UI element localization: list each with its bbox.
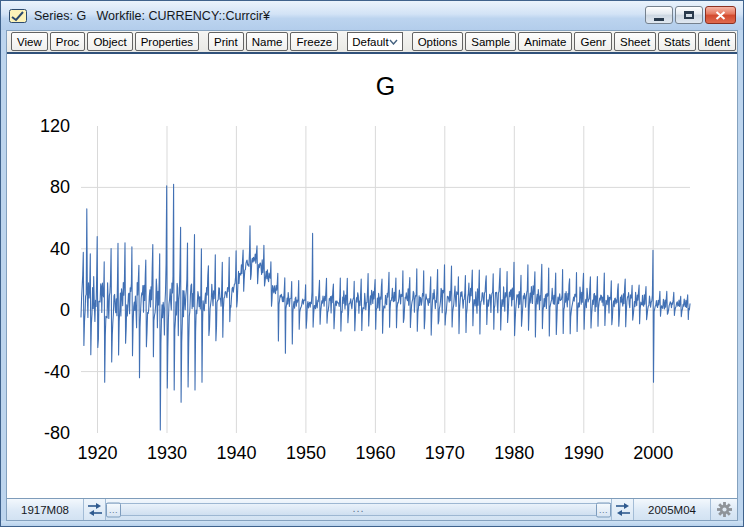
toolbar-button-view[interactable]: View [11,32,48,51]
svg-text:1970: 1970 [425,443,465,463]
window-border-strip [1,521,743,526]
pan-control-left[interactable] [83,499,106,520]
toolbar-button-freeze[interactable]: Freeze [290,32,338,51]
range-start-thumb[interactable]: ... [106,502,121,517]
toolbar-button-genr[interactable]: Genr [574,32,612,51]
range-end-label: 2005M04 [634,499,710,520]
close-icon [715,11,726,20]
track-grip: ... [352,503,364,514]
toolbar-button-sample[interactable]: Sample [465,32,516,51]
svg-text:1930: 1930 [147,443,187,463]
toolbar-button-ident[interactable]: Ident [698,32,736,51]
maximize-button[interactable] [675,6,703,24]
svg-text:80: 80 [50,177,70,197]
toolbar-button-print[interactable]: Print [208,32,244,51]
toolbar-button-name[interactable]: Name [246,32,289,51]
toolbar-button-object[interactable]: Object [87,32,132,51]
window-content: ViewProcObjectPropertiesPrintNameFreezeD… [6,30,738,521]
window-controls [645,6,736,24]
slider-settings-button[interactable] [710,499,737,520]
svg-text:120: 120 [40,116,70,136]
chevron-down-icon [389,39,398,45]
toolbar-button-animate[interactable]: Animate [518,32,572,51]
close-button[interactable] [705,6,736,24]
toolbar-button-proc[interactable]: Proc [50,32,86,51]
svg-text:1920: 1920 [77,443,117,463]
svg-text:-80: -80 [44,423,70,443]
toolbar-button-options[interactable]: Options [412,32,464,51]
svg-text:1950: 1950 [286,443,326,463]
display-type-dropdown[interactable]: Default [347,32,402,51]
minimize-button[interactable] [645,6,673,24]
maximize-icon [684,11,694,19]
svg-text:0: 0 [60,300,70,320]
series-line-chart: 12080400-40-8019201930194019501960197019… [7,54,737,495]
pan-control-right[interactable] [611,499,634,520]
title-bar[interactable]: Series: G Workfile: CURRENCY::Currcir¥ [1,1,743,30]
pan-arrows-icon [615,502,631,517]
range-end-thumb[interactable]: ... [596,502,611,517]
display-type-value: Default [352,36,388,48]
toolbar-button-sheet[interactable]: Sheet [614,32,656,51]
eviews-series-window: Series: G Workfile: CURRENCY::Currcir¥ V… [0,0,744,527]
pan-arrows-icon [87,502,103,517]
toolbar: ViewProcObjectPropertiesPrintNameFreezeD… [7,31,737,54]
sample-range-bar: 1917M08 ... ... ... [7,498,737,520]
svg-text:40: 40 [50,239,70,259]
gear-icon [717,502,732,517]
svg-text:1980: 1980 [494,443,534,463]
chart-pane: 12080400-40-8019201930194019501960197019… [7,54,737,498]
series-object-icon [9,9,27,23]
svg-text:2000: 2000 [633,443,673,463]
svg-text:1990: 1990 [564,443,604,463]
toolbar-button-properties[interactable]: Properties [135,32,199,51]
svg-text:1940: 1940 [216,443,256,463]
svg-text:1960: 1960 [355,443,395,463]
svg-text:G: G [376,72,395,100]
minimize-icon [654,18,664,21]
window-title: Series: G Workfile: CURRENCY::Currcir¥ [34,9,270,23]
svg-text:-40: -40 [44,362,70,382]
toolbar-button-stats[interactable]: Stats [658,32,696,51]
range-track[interactable]: ... ... ... [106,499,611,520]
range-start-label: 1917M08 [7,499,83,520]
